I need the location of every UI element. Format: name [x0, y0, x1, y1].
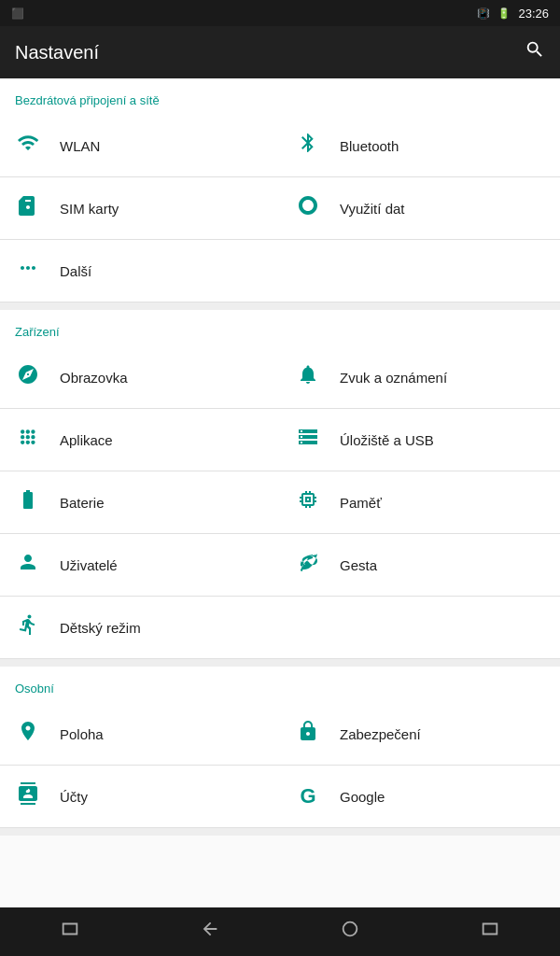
screen-item[interactable]: Obrazovka	[0, 346, 280, 409]
section-personal-header: Osobní	[0, 667, 560, 703]
data-usage-item[interactable]: Využití dat	[280, 177, 560, 240]
security-item[interactable]: Zabezpečení	[280, 703, 560, 766]
users-icon	[15, 551, 41, 579]
memory-icon	[295, 488, 321, 516]
memory-item[interactable]: Paměť	[280, 471, 560, 534]
location-item[interactable]: Poloha	[0, 703, 280, 766]
battery-item[interactable]: Baterie	[0, 471, 280, 534]
gesture-label: Gesta	[340, 557, 377, 573]
search-icon[interactable]	[525, 39, 545, 65]
battery-settings-icon	[15, 488, 41, 516]
wlan-item[interactable]: WLAN	[0, 115, 280, 177]
security-icon	[295, 720, 321, 748]
personal-grid: Poloha Zabezpečení Účty G Google	[0, 703, 560, 828]
storage-icon	[295, 426, 321, 454]
recent-apps-button[interactable]	[37, 911, 103, 952]
section-wireless-header: Bezdrátová připojení a sítě	[0, 78, 560, 115]
vibrate-icon: 📳	[477, 7, 490, 20]
screen-label: Obrazovka	[60, 370, 128, 386]
settings-content: Bezdrátová připojení a sítě WLAN Bluetoo…	[0, 78, 560, 907]
divider-2	[0, 659, 560, 667]
wireless-grid: WLAN Bluetooth SIM karty Využití dat Dal	[0, 115, 560, 302]
bluetooth-label: Bluetooth	[340, 138, 399, 154]
sim-label: SIM karty	[60, 201, 119, 217]
gesture-icon	[295, 551, 321, 579]
accounts-icon	[15, 782, 41, 810]
sound-icon	[295, 363, 321, 391]
more-icon	[15, 257, 41, 285]
wifi-icon	[15, 132, 41, 160]
memory-label: Paměť	[340, 495, 382, 511]
home-button[interactable]	[317, 911, 383, 952]
status-bar-left: ⬛	[11, 7, 24, 20]
status-bar-right: 📳 🔋 23:26	[477, 7, 549, 21]
users-label: Uživatelé	[60, 557, 118, 573]
location-label: Poloha	[60, 726, 104, 742]
google-label: Google	[340, 789, 385, 805]
apps-item[interactable]: Aplikace	[0, 409, 280, 471]
divider-3	[0, 828, 560, 836]
device-grid: Obrazovka Zvuk a oznámení Aplikace Úloži…	[0, 346, 560, 659]
more-label: Další	[60, 263, 91, 279]
sound-item[interactable]: Zvuk a oznámení	[280, 346, 560, 409]
wlan-label: WLAN	[60, 138, 100, 154]
apps-label: Aplikace	[60, 432, 113, 448]
data-usage-icon	[295, 194, 321, 222]
back-button[interactable]	[177, 911, 243, 952]
recents-button[interactable]	[457, 911, 523, 952]
screenshot-icon: ⬛	[11, 7, 24, 20]
bluetooth-item[interactable]: Bluetooth	[280, 115, 560, 177]
data-usage-label: Využití dat	[340, 201, 404, 217]
bottom-nav	[0, 907, 560, 956]
google-item[interactable]: G Google	[280, 766, 560, 828]
toolbar: Nastavení	[0, 26, 560, 78]
battery-icon: 🔋	[497, 7, 511, 20]
storage-label: Úložiště a USB	[340, 432, 434, 448]
users-item[interactable]: Uživatelé	[0, 534, 280, 597]
section-device-header: Zařízení	[0, 310, 560, 346]
svg-point-0	[343, 922, 357, 936]
kids-label: Dětský režim	[60, 620, 141, 636]
google-icon: G	[295, 784, 321, 808]
sim-item[interactable]: SIM karty	[0, 177, 280, 240]
security-label: Zabezpečení	[340, 726, 421, 742]
accounts-label: Účty	[60, 789, 88, 805]
status-bar: ⬛ 📳 🔋 23:26	[0, 0, 560, 26]
more-item[interactable]: Další	[0, 240, 560, 302]
apps-icon	[15, 426, 41, 454]
gesture-item[interactable]: Gesta	[280, 534, 560, 597]
kids-icon	[15, 613, 41, 641]
storage-item[interactable]: Úložiště a USB	[280, 409, 560, 471]
accounts-item[interactable]: Účty	[0, 766, 280, 828]
sim-icon	[15, 194, 41, 222]
bluetooth-icon	[295, 132, 321, 160]
sound-label: Zvuk a oznámení	[340, 370, 447, 386]
status-time: 23:26	[518, 7, 549, 21]
location-icon	[15, 720, 41, 748]
battery-label: Baterie	[60, 495, 105, 511]
screen-icon	[15, 363, 41, 391]
divider-1	[0, 302, 560, 310]
kids-item[interactable]: Dětský režim	[0, 597, 560, 659]
page-title: Nastavení	[15, 42, 99, 63]
